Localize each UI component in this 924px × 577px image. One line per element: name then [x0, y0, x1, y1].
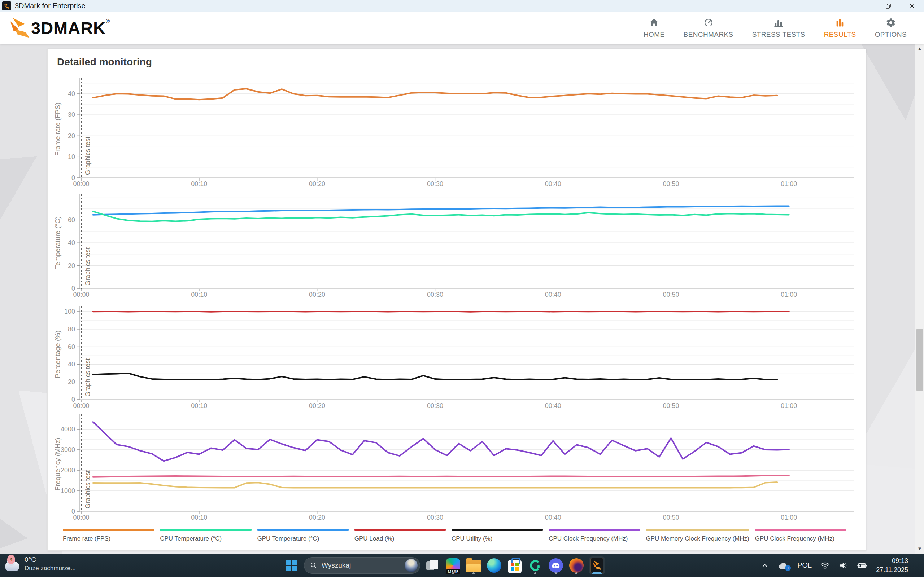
y-tick-label: 20 [68, 132, 75, 140]
search-icon [310, 562, 317, 569]
clock-widget[interactable]: 09:13 27.11.2025 [876, 556, 908, 574]
green-app-icon [528, 558, 543, 573]
x-tick-label: 00:00 [73, 291, 89, 298]
3dmark-logo: 3DMARK ® [8, 17, 110, 39]
nav-item-home[interactable]: HOME [643, 18, 665, 39]
x-tick-label: 00:00 [73, 180, 89, 187]
y-tick-label: 60 [68, 216, 75, 224]
microsoft-store-icon [508, 560, 522, 573]
search-input[interactable]: Wyszukaj [304, 557, 420, 574]
y-tick-label: 10 [68, 153, 75, 161]
x-tick-label: 00:40 [545, 180, 561, 187]
file-explorer-icon [466, 560, 481, 572]
battery-icon[interactable] [856, 561, 867, 570]
wifi-icon[interactable] [821, 561, 830, 570]
legend-label: CPU Clock Frequency (MHz) [549, 535, 640, 542]
nav-label: BENCHMARKS [683, 31, 733, 39]
edge-button[interactable] [486, 556, 502, 575]
nav-label: RESULTS [824, 31, 856, 39]
legend-label: CPU Temperature (°C) [160, 535, 251, 542]
3dmark-app-button[interactable] [589, 556, 605, 575]
x-tick-label: 00:10 [191, 402, 207, 409]
legend-item[interactable]: Frame rate (FPS) [63, 529, 154, 542]
screen: 3DMark for Enterprise 3DMARK ® HOME BENC… [0, 0, 924, 577]
scroll-down-arrow[interactable]: ▼ [915, 544, 924, 554]
onedrive-icon[interactable]: i [778, 561, 789, 569]
content-area: Detailed monitoring 01020304000:0000:100… [0, 44, 924, 554]
copilot-m365-button[interactable]: M365 [445, 556, 461, 575]
legend-label: GPU Load (%) [354, 535, 446, 542]
running-indicator [575, 572, 577, 574]
falcon-logo-icon [8, 17, 31, 38]
minimize-button[interactable] [853, 0, 876, 12]
x-tick-label: 00:30 [427, 514, 443, 521]
legend-color-bar [160, 529, 251, 531]
scrollbar-thumb[interactable] [916, 329, 923, 390]
legend-item[interactable]: CPU Clock Frequency (MHz) [549, 529, 640, 542]
page-title: Detailed monitoring [57, 56, 866, 68]
x-tick-label: 00:10 [191, 180, 207, 187]
taskbar: 4 0°C Duże zachmurze... Wyszukaj M365 [0, 554, 924, 577]
file-explorer-button[interactable] [465, 556, 482, 575]
start-button[interactable] [283, 556, 300, 575]
vertical-scrollbar[interactable]: ▲ ▼ [915, 44, 924, 554]
green-app-button[interactable] [527, 556, 544, 575]
scroll-up-arrow[interactable]: ▲ [915, 44, 924, 53]
legend-color-bar [257, 529, 349, 531]
legend-item[interactable]: CPU Temperature (°C) [160, 529, 251, 542]
series-line [93, 482, 777, 488]
nav-item-stress-tests[interactable]: STRESS TESTS [752, 18, 805, 39]
discord-icon [549, 558, 563, 573]
microsoft-store-button[interactable] [506, 556, 523, 575]
chart-frame-rate: 01020304000:0000:1000:2000:3000:4000:500… [48, 74, 867, 192]
nav-item-benchmarks[interactable]: BENCHMARKS [683, 18, 733, 39]
y-tick-label: 2000 [61, 467, 75, 474]
y-tick-label: 3000 [61, 446, 75, 453]
y-axis-title: Temperature (°C) [54, 216, 61, 269]
y-tick-label: 20 [68, 378, 75, 385]
y-tick-label: 100 [64, 308, 75, 315]
x-tick-label: 00:30 [427, 402, 443, 409]
monitoring-card: Detailed monitoring 01020304000:0000:100… [47, 49, 866, 551]
running-indicator [534, 572, 536, 574]
nav-item-options[interactable]: OPTIONS [875, 18, 907, 39]
legend-item[interactable]: GPU Load (%) [354, 529, 446, 542]
legend-item[interactable]: GPU Temperature (°C) [257, 529, 349, 542]
search-highlight-image[interactable] [405, 559, 418, 572]
legend-item[interactable]: GPU Memory Clock Frequency (MHz) [646, 529, 749, 542]
search-placeholder: Wyszukaj [321, 561, 400, 569]
task-view-button[interactable] [424, 556, 441, 575]
task-view-icon [426, 560, 439, 571]
restore-button[interactable] [876, 0, 900, 12]
weather-widget[interactable]: 4 0°C Duże zachmurze... [5, 556, 76, 572]
main-navbar: 3DMARK ® HOME BENCHMARKS STRESS TESTS RE… [0, 12, 924, 44]
volume-icon[interactable] [838, 561, 848, 570]
chart-legend: Frame rate (FPS)CPU Temperature (°C)GPU … [63, 529, 846, 542]
legend-item[interactable]: GPU Clock Frequency (MHz) [755, 529, 846, 542]
x-tick-label: 00:10 [191, 291, 207, 298]
weather-alert-badge: 4 [7, 554, 15, 564]
x-tick-label: 00:40 [545, 291, 561, 298]
gear-icon [886, 18, 896, 29]
close-button[interactable] [900, 0, 924, 12]
series-line [93, 311, 789, 312]
language-indicator[interactable]: POL [797, 561, 812, 569]
x-tick-label: 00:20 [309, 402, 325, 409]
weather-cloud-icon: 4 [5, 556, 21, 572]
legend-item[interactable]: CPU Utility (%) [452, 529, 543, 542]
x-tick-label: 00:20 [309, 514, 325, 521]
series-line [93, 206, 789, 214]
weather-desc: Duże zachmurze... [24, 565, 76, 572]
y-axis-title: Frequency (MHz) [54, 438, 61, 491]
legend-label: Frame rate (FPS) [63, 535, 154, 542]
y-axis-title: Percentage (%) [54, 330, 61, 378]
window-titlebar: 3DMark for Enterprise [0, 0, 924, 12]
firefox-button[interactable] [568, 556, 585, 575]
tray-chevron-up-icon[interactable] [761, 561, 769, 570]
tray-time: 09:13 [876, 556, 908, 565]
y-tick-label: 1000 [61, 487, 75, 495]
test-annotation: Graphics test [84, 137, 91, 175]
nav-item-results[interactable]: RESULTS [824, 18, 856, 39]
discord-button[interactable] [548, 556, 564, 575]
test-annotation: Graphics test [84, 470, 91, 508]
